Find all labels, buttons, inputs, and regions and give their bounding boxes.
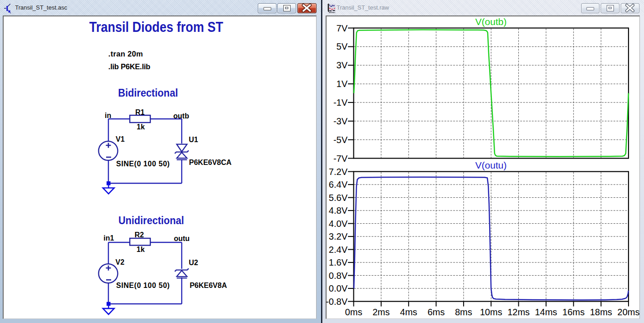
svg-text:V(outb): V(outb) — [475, 17, 507, 27]
svg-text:.tran 20m: .tran 20m — [108, 50, 143, 58]
svg-text:16ms: 16ms — [562, 307, 585, 317]
svg-text:20ms: 20ms — [618, 307, 639, 317]
svg-text:SINE(0 100 50): SINE(0 100 50) — [116, 282, 170, 289]
svg-text:V(outu): V(outu) — [475, 160, 507, 170]
svg-text:Transil Diodes from ST: Transil Diodes from ST — [89, 19, 223, 35]
svg-text:Unidirectional: Unidirectional — [118, 215, 184, 226]
svg-text:-0.8V: -0.8V — [326, 297, 348, 307]
svg-text:3.2V: 3.2V — [329, 231, 348, 241]
svg-text:1.6V: 1.6V — [329, 257, 348, 267]
svg-text:outu: outu — [174, 235, 190, 242]
svg-text:U2: U2 — [189, 259, 199, 267]
svg-text:0.8V: 0.8V — [329, 271, 348, 281]
svg-text:2.4V: 2.4V — [329, 245, 348, 255]
svg-text:.lib P6KE.lib: .lib P6KE.lib — [108, 62, 150, 71]
svg-text:R1: R1 — [135, 108, 145, 116]
svg-text:Bidirectional: Bidirectional — [118, 87, 178, 99]
svg-text:5.6V: 5.6V — [329, 193, 348, 203]
svg-text:in: in — [105, 112, 111, 119]
svg-text:-7V: -7V — [333, 154, 348, 164]
svg-text:4.8V: 4.8V — [329, 205, 348, 215]
svg-text:-5V: -5V — [333, 135, 348, 145]
svg-text:0.0V: 0.0V — [329, 283, 348, 293]
svg-text:V1: V1 — [116, 135, 125, 143]
svg-text:10ms: 10ms — [480, 307, 502, 317]
svg-text:R2: R2 — [134, 231, 144, 239]
svg-text:1k: 1k — [137, 246, 145, 253]
svg-text:in1: in1 — [103, 234, 114, 242]
svg-text:outb: outb — [174, 112, 189, 120]
svg-text:P6KE6V8A: P6KE6V8A — [189, 282, 227, 289]
svg-text:SINE(0 100 50): SINE(0 100 50) — [116, 160, 170, 168]
svg-text:0ms: 0ms — [345, 307, 363, 317]
svg-text:12ms: 12ms — [507, 307, 530, 317]
svg-text:7V: 7V — [337, 23, 348, 33]
svg-text:4.0V: 4.0V — [329, 219, 348, 229]
svg-text:P6KE6V8CA: P6KE6V8CA — [189, 159, 232, 166]
svg-text:1k: 1k — [137, 123, 145, 131]
svg-text:18ms: 18ms — [590, 307, 612, 317]
svg-text:-3V: -3V — [333, 116, 348, 126]
svg-text:1V: 1V — [337, 79, 348, 89]
svg-text:6ms: 6ms — [428, 307, 445, 317]
svg-text:-1V: -1V — [333, 97, 348, 108]
svg-text:V2: V2 — [116, 258, 125, 266]
svg-text:3V: 3V — [337, 60, 348, 70]
svg-text:8ms: 8ms — [455, 307, 472, 317]
svg-text:14ms: 14ms — [535, 307, 557, 317]
svg-text:U1: U1 — [189, 136, 199, 144]
svg-text:2ms: 2ms — [373, 307, 390, 317]
svg-text:6.4V: 6.4V — [329, 179, 348, 190]
svg-text:7.2V: 7.2V — [329, 167, 348, 177]
svg-text:5V: 5V — [337, 41, 348, 51]
svg-text:4ms: 4ms — [400, 307, 417, 317]
